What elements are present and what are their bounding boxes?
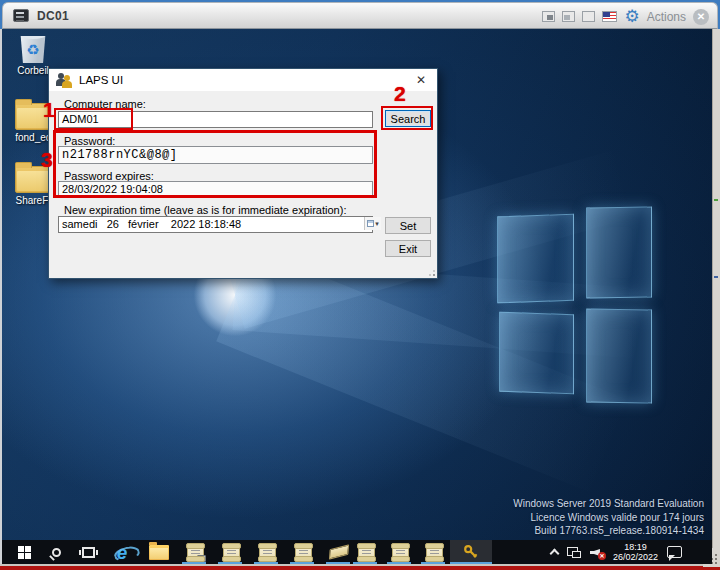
calendar-icon	[367, 220, 374, 227]
script-scroll-printer-icon[interactable]	[183, 542, 207, 562]
action-center-icon[interactable]	[667, 546, 682, 558]
computer-name-label: Computer name:	[64, 98, 146, 110]
password-expires-field: 28/03/2022 19:04:08	[58, 181, 373, 197]
annotation-step-1: 1	[43, 98, 55, 122]
laps-users-icon	[56, 73, 73, 88]
clock-time: 18:19	[613, 542, 658, 553]
actions-button[interactable]: Actions	[647, 10, 686, 24]
dialog-title: LAPS UI	[79, 74, 123, 86]
script-scroll-icon[interactable]	[354, 542, 378, 562]
fit-window-icon[interactable]	[542, 11, 555, 22]
wallpaper-logo-pane	[586, 308, 652, 403]
search-icon[interactable]	[44, 542, 68, 562]
fullscreen-icon[interactable]	[582, 11, 595, 22]
datetime-dropdown-button[interactable]: ▾	[364, 217, 381, 230]
scroll-marker-blue	[714, 276, 718, 278]
keyboard-layout-flag-icon[interactable]	[602, 11, 617, 22]
eraser-icon[interactable]	[327, 542, 351, 562]
running-indicator	[218, 562, 242, 564]
volume-muted-icon[interactable]: ✕	[590, 546, 604, 558]
laps-key-taskbar-button[interactable]	[450, 540, 492, 564]
script-scroll-icon[interactable]	[219, 542, 243, 562]
computer-name-input[interactable]: ADM01	[58, 111, 373, 128]
network-icon[interactable]	[567, 547, 581, 558]
chevron-down-icon: ▾	[375, 220, 379, 228]
internet-explorer-icon[interactable]: e	[110, 542, 134, 562]
fit-window-alt-icon[interactable]	[562, 11, 575, 22]
system-info-text: Windows Server 2019 Standard Evaluation …	[513, 497, 704, 538]
script-scroll-icon[interactable]	[255, 542, 279, 562]
running-indicator	[182, 562, 206, 564]
vm-console-window: DC01 ⚙ Actions ✕ ♻ Corbeil fond_ec Share…	[0, 0, 720, 570]
vm-monitor-icon	[13, 9, 29, 22]
system-info-line: Licence Windows valide pour 174 jours	[513, 511, 704, 525]
script-scroll-icon[interactable]	[388, 542, 412, 562]
running-indicator	[421, 562, 445, 564]
window-scroll-strip[interactable]	[712, 29, 720, 570]
start-icon[interactable]	[12, 542, 36, 562]
scroll-marker-green	[714, 199, 718, 201]
running-indicator	[290, 562, 314, 564]
task-view-icon[interactable]	[76, 542, 100, 562]
chevron-up-icon[interactable]	[550, 549, 560, 559]
wallpaper-logo-pane	[586, 206, 652, 298]
recycle-symbol-icon: ♻	[26, 43, 39, 58]
system-info-line: Build 17763.rs5_release.180914-1434	[513, 524, 704, 538]
search-button[interactable]: Search	[385, 110, 431, 127]
expiration-datetime-picker[interactable]: samedi 26 février 2022 18:18:48	[58, 216, 373, 233]
clock-date: 26/02/2022	[613, 552, 658, 563]
annotation-step-2: 2	[394, 82, 406, 106]
script-scroll-icon[interactable]	[291, 542, 315, 562]
window-border-left	[0, 29, 2, 570]
new-expiration-label: New expiration time (leave as is for imm…	[64, 204, 346, 216]
running-indicator	[387, 562, 411, 564]
recycle-bin-icon: ♻	[19, 33, 47, 63]
console-close-icon[interactable]: ✕	[693, 9, 709, 25]
set-button[interactable]: Set	[385, 217, 431, 234]
system-info-line: Windows Server 2019 Standard Evaluation	[513, 497, 704, 511]
laps-ui-dialog: LAPS UI ✕ Computer name: ADM01 Search Pa…	[48, 68, 438, 279]
dialog-titlebar[interactable]: LAPS UI ✕	[49, 69, 437, 91]
laps-key-icon	[463, 544, 479, 560]
running-indicator	[353, 562, 377, 564]
annotation-border-bottom	[0, 566, 720, 570]
dialog-resize-grip[interactable]	[427, 268, 435, 276]
taskbar-clock[interactable]: 18:19 26/02/2022	[613, 542, 658, 563]
dialog-close-icon[interactable]: ✕	[406, 70, 436, 90]
script-scroll-icon[interactable]	[422, 542, 446, 562]
password-field: n21788rnYC&@8@]	[58, 146, 373, 164]
console-titlebar[interactable]: DC01 ⚙ Actions ✕	[2, 2, 718, 29]
wallpaper-logo-pane	[499, 312, 574, 395]
running-indicator	[326, 562, 350, 564]
annotation-step-3: 3	[41, 148, 53, 172]
taskbar: e ✕ 18:19	[2, 540, 712, 564]
console-title: DC01	[37, 9, 69, 23]
settings-gear-icon[interactable]: ⚙	[624, 8, 639, 25]
running-indicator	[254, 562, 278, 564]
exit-button[interactable]: Exit	[385, 240, 431, 257]
file-explorer-icon[interactable]	[147, 542, 171, 562]
wallpaper-logo-pane	[497, 214, 574, 304]
